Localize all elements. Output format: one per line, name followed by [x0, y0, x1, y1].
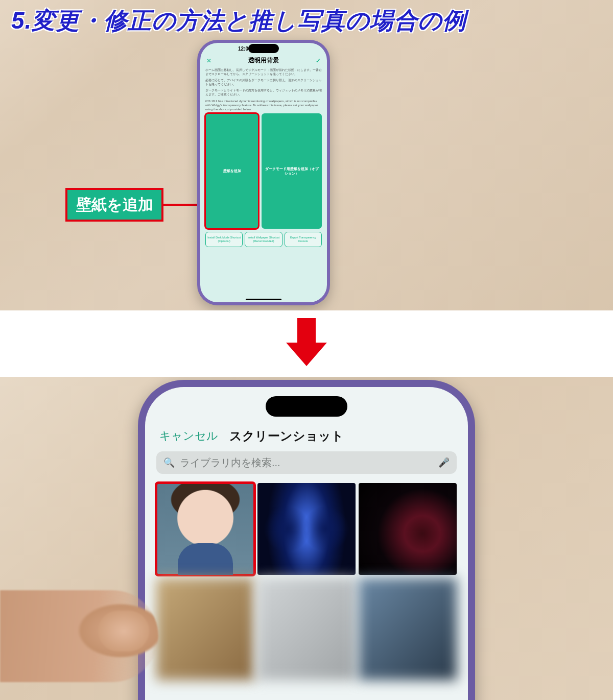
photo-thumbnail[interactable] — [257, 483, 356, 575]
picker-header: キャンセル スクリーンショット — [145, 413, 468, 451]
section-title: 5.変更・修正の方法と推し写真の場合の例 — [11, 5, 466, 37]
phone-screen-1: 12:04 ☾ ✕ 透明用背景 ✓ ホーム画面に移動し、長押しでジグルモード（画… — [200, 43, 327, 302]
panel-top: 5.変更・修正の方法と推し写真の場合の例 壁紙を追加 12:04 ☾ ✕ 透明用… — [0, 0, 613, 310]
home-indicator — [246, 299, 281, 300]
instruction-text: 必要に応じて、デバイスの外観をダークモードに切り替え、追加のスクリーンショットも… — [200, 78, 327, 88]
finger-overlay — [0, 590, 158, 682]
wallpaper-tiles: 壁紙を追加 ダークモード用壁紙を追加（オプション） — [200, 113, 327, 229]
arrow-down-icon — [286, 318, 327, 369]
modal-title: 透明用背景 — [248, 56, 279, 65]
photo-thumbnail-selected[interactable] — [156, 483, 254, 575]
callout-add-wallpaper: 壁紙を追加 — [65, 188, 163, 222]
search-field[interactable]: 🔍 ライブラリ内を検索... 🎤 — [156, 451, 457, 474]
panel-bottom: キャンセル スクリーンショット 🔍 ライブラリ内を検索... 🎤 — [0, 377, 613, 700]
install-dark-shortcut-button[interactable]: Install Dark Mode Shortcut (Optional) — [205, 232, 243, 247]
photo-grid-blurred — [145, 575, 468, 680]
phone-frame-1: 12:04 ☾ ✕ 透明用背景 ✓ ホーム画面に移動し、長押しでジグルモード（画… — [197, 40, 330, 305]
photo-thumbnail[interactable] — [359, 578, 457, 680]
search-icon: 🔍 — [163, 457, 175, 468]
search-placeholder: ライブラリ内を検索... — [180, 456, 433, 470]
modal-header: ✕ 透明用背景 ✓ — [200, 54, 327, 68]
mic-icon[interactable]: 🎤 — [438, 457, 450, 468]
photo-grid — [145, 474, 468, 575]
tile-add-dark-wallpaper[interactable]: ダークモード用壁紙を追加（オプション） — [262, 113, 322, 229]
tile-add-wallpaper[interactable]: 壁紙を追加 — [205, 113, 258, 229]
photo-thumbnail[interactable] — [257, 578, 356, 680]
picker-title: スクリーンショット — [229, 428, 344, 444]
dynamic-island — [248, 44, 279, 53]
photo-thumbnail[interactable] — [156, 578, 254, 680]
instruction-text: ホーム画面に移動し、長押しでジグルモード（画面が揺れた状態）にします。一番右まで… — [200, 68, 327, 78]
cancel-button[interactable]: キャンセル — [159, 428, 218, 444]
phone-screen-2: キャンセル スクリーンショット 🔍 ライブラリ内を検索... 🎤 — [145, 387, 468, 700]
install-wallpaper-shortcut-button[interactable]: Install Wallpaper Shortcut (Recommended) — [245, 232, 282, 247]
instruction-text: iOS 18.1 has introduced dynamic recolori… — [200, 99, 327, 113]
photo-thumbnail[interactable] — [359, 483, 457, 575]
confirm-button[interactable]: ✓ — [316, 57, 321, 64]
export-cutouts-button[interactable]: Export Transparency Cutouts — [285, 232, 322, 247]
close-button[interactable]: ✕ — [206, 57, 211, 64]
arrow-section — [0, 310, 613, 377]
instruction-text: ダークモードとライトモードの両方を使用すると、ウィジェットのメモリ消費量が増えま… — [200, 88, 327, 99]
shortcut-buttons: Install Dark Mode Shortcut (Optional) In… — [200, 229, 327, 250]
status-bar: 12:04 ☾ — [200, 43, 327, 54]
phone-frame-2: キャンセル スクリーンショット 🔍 ライブラリ内を検索... 🎤 — [138, 380, 475, 700]
dynamic-island — [266, 396, 347, 417]
